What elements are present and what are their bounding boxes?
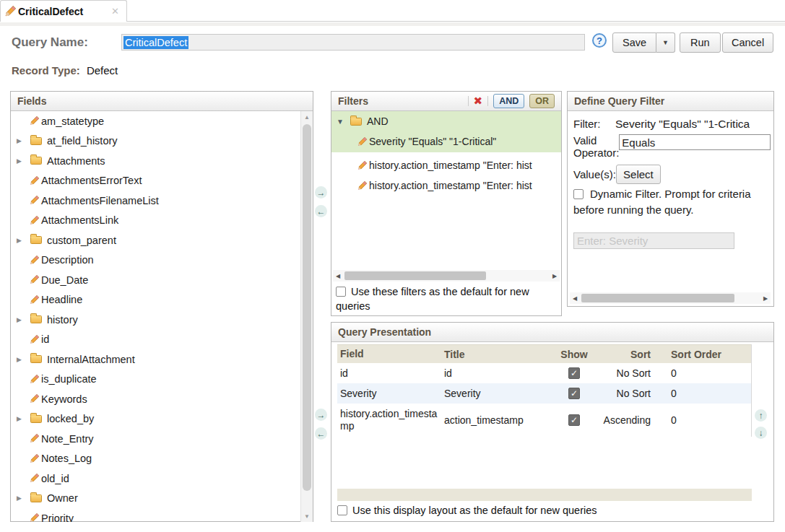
field-item-history[interactable]: ▶history <box>11 310 313 330</box>
add-to-filters-icon[interactable]: → <box>315 186 327 199</box>
table-row-id[interactable]: id id ✓ No Sort 0 <box>337 363 751 383</box>
filter-item-severity[interactable]: Severity "Equals" "1-Critical" <box>331 131 561 152</box>
define-horizontal-scrollbar[interactable]: ◀ ▶ <box>570 292 771 304</box>
filters-toolbar: ✖ AND OR <box>468 94 555 108</box>
scrollbar-thumb[interactable] <box>581 294 734 302</box>
expand-arrow-icon[interactable]: ▶ <box>17 137 25 144</box>
expand-arrow-icon[interactable]: ▶ <box>17 415 25 422</box>
remove-from-presentation-icon[interactable]: ← <box>315 427 327 440</box>
collapse-arrow-icon[interactable]: ▼ <box>337 118 345 126</box>
operator-input[interactable]: Equals <box>619 134 771 150</box>
expand-arrow-icon[interactable]: ▶ <box>17 494 25 502</box>
remove-from-filters-icon[interactable]: ← <box>315 205 327 217</box>
dynamic-filter-checkbox[interactable] <box>573 189 584 199</box>
field-item-due-date[interactable]: Due_Date <box>11 270 313 290</box>
field-item-id[interactable]: id <box>11 330 313 350</box>
pencil-icon <box>29 275 39 285</box>
cell-title: action_timestamp <box>444 414 552 426</box>
field-item-attachments[interactable]: ▶Attachments <box>11 151 313 171</box>
field-label: Description <box>41 254 94 266</box>
cell-sort[interactable]: Ascending <box>596 414 651 426</box>
field-item-is-duplicate[interactable]: is_duplicate <box>11 370 313 390</box>
cell-sort-order[interactable]: 0 <box>651 388 752 399</box>
pencil-icon <box>29 295 39 305</box>
move-row-up-icon[interactable]: ↑ <box>755 409 767 422</box>
scroll-down-icon[interactable]: ▼ <box>301 510 313 522</box>
field-item-old-id[interactable]: old_id <box>11 468 313 489</box>
scrollbar-thumb[interactable] <box>303 124 311 491</box>
field-item-notes-log[interactable]: Notes_Log <box>11 449 313 469</box>
pencil-icon <box>29 175 39 186</box>
expand-arrow-icon[interactable]: ▶ <box>17 237 25 244</box>
table-row-severity[interactable]: Severity Severity ✓ No Sort 0 <box>337 383 751 404</box>
field-label: locked_by <box>47 413 94 424</box>
cell-sort[interactable]: No Sort <box>596 367 651 379</box>
field-item-attachmentsfilenamelist[interactable]: AttachmentsFilenameList <box>11 191 313 211</box>
cancel-button[interactable]: Cancel <box>722 32 773 53</box>
and-button[interactable]: AND <box>493 94 524 108</box>
select-values-button[interactable]: Select <box>616 165 661 184</box>
scroll-left-icon[interactable]: ◀ <box>570 292 580 304</box>
presentation-default-row: Use this display layout as the default f… <box>337 505 597 516</box>
field-item-description[interactable]: Description <box>11 250 313 271</box>
scroll-right-icon[interactable]: ▶ <box>550 270 560 282</box>
fields-vertical-scrollbar[interactable]: ▲ ▼ <box>300 111 313 522</box>
filters-tree: ▼ AND Severity "Equals" "1-Critical" his… <box>331 111 561 270</box>
or-button[interactable]: OR <box>529 94 555 108</box>
tab-criticaldefect[interactable]: CriticalDefect ✕ <box>0 0 127 22</box>
expand-arrow-icon[interactable]: ▶ <box>17 316 25 323</box>
query-name-input[interactable]: CriticalDefect <box>121 34 585 51</box>
pencil-icon <box>29 453 39 463</box>
scroll-left-icon[interactable]: ◀ <box>333 270 343 282</box>
show-checkbox-checked[interactable]: ✓ <box>568 388 580 399</box>
field-item-attachmentserrortext[interactable]: AttachmentsErrorText <box>11 171 313 191</box>
filter-item-timestamp-1[interactable]: history.action_timestamp "Enter: hist <box>331 155 561 175</box>
cell-sort-order[interactable]: 0 <box>651 367 752 379</box>
pencil-icon <box>29 374 39 384</box>
pencil-icon <box>357 160 367 170</box>
filters-default-row: Use these filters as the default for new… <box>331 282 561 313</box>
column-header-show: Show <box>552 349 596 360</box>
expand-arrow-icon[interactable]: ▶ <box>17 157 25 165</box>
expand-arrow-icon[interactable]: ▶ <box>17 356 25 363</box>
delete-filter-icon[interactable]: ✖ <box>474 95 483 108</box>
cell-sort[interactable]: No Sort <box>596 388 651 399</box>
cell-field: Severity <box>337 388 444 400</box>
field-item-note-entry[interactable]: Note_Entry <box>11 429 313 449</box>
filters-default-checkbox[interactable] <box>336 287 346 297</box>
filter-root-and[interactable]: ▼ AND <box>331 111 561 131</box>
pencil-icon <box>357 136 367 147</box>
add-to-presentation-icon[interactable]: → <box>315 409 327 421</box>
cell-sort-order[interactable]: 0 <box>651 414 752 426</box>
scroll-right-icon[interactable]: ▶ <box>760 292 771 304</box>
help-icon[interactable]: ? <box>592 33 607 48</box>
field-item-attachmentslink[interactable]: AttachmentsLink <box>11 211 313 231</box>
field-item-locked-by[interactable]: ▶locked_by <box>11 409 313 429</box>
field-label: at_field_history <box>47 135 118 147</box>
show-checkbox-checked[interactable]: ✓ <box>568 367 580 379</box>
field-item-owner[interactable]: ▶Owner <box>11 489 313 509</box>
field-item-internalattachment[interactable]: ▶InternalAttachment <box>11 349 313 370</box>
field-item-custom-parent[interactable]: ▶custom_parent <box>11 230 313 250</box>
filters-horizontal-scrollbar[interactable]: ◀ ▶ <box>333 270 560 282</box>
tab-close-icon[interactable]: ✕ <box>111 6 119 17</box>
presentation-scrollbar-track[interactable] <box>337 489 752 501</box>
scrollbar-thumb[interactable] <box>344 271 486 280</box>
scroll-up-icon[interactable]: ▲ <box>301 111 313 123</box>
filter-item-timestamp-2[interactable]: history.action_timestamp "Enter: hist <box>331 175 561 196</box>
save-dropdown-icon[interactable]: ▼ <box>656 32 675 53</box>
show-checkbox-checked[interactable]: ✓ <box>568 414 580 426</box>
move-row-down-icon[interactable]: ↓ <box>755 427 767 439</box>
field-item-am-statetype[interactable]: am_statetype <box>11 111 313 131</box>
save-split-button: Save ▼ <box>612 32 675 53</box>
layout-default-checkbox[interactable] <box>337 505 347 515</box>
run-button[interactable]: Run <box>680 32 721 53</box>
save-button[interactable]: Save <box>612 32 656 53</box>
field-item-at-field-history[interactable]: ▶at_field_history <box>11 131 313 152</box>
define-panel-title: Define Query Filter <box>568 92 773 111</box>
field-item-priority[interactable]: Priority <box>11 508 313 522</box>
field-item-headline[interactable]: Headline <box>11 290 313 310</box>
field-item-keywords[interactable]: Keywords <box>11 389 313 409</box>
field-label: is_duplicate <box>41 373 97 385</box>
table-row-action-timestamp[interactable]: history.action_timestamp action_timestam… <box>337 404 751 437</box>
